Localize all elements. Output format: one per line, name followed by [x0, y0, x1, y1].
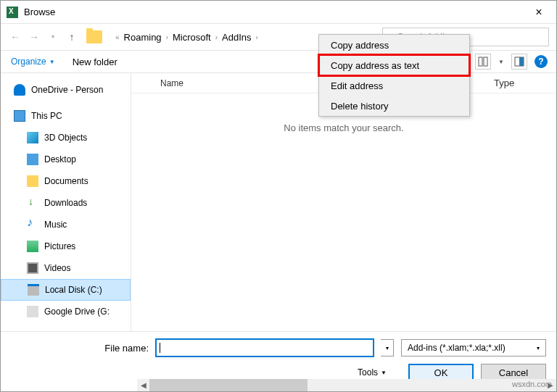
nav-3d-objects[interactable]: 3D Objects — [1, 127, 131, 149]
window-title: Browse — [24, 7, 527, 17]
disk-icon — [28, 284, 39, 296]
filetype-filter[interactable]: Add-ins (*.xlam;*.xla;*.xll) ▾ — [401, 339, 546, 356]
up-button[interactable]: ↑ — [65, 30, 79, 44]
cube-icon — [27, 132, 38, 143]
svg-rect-3 — [519, 57, 524, 66]
nav-desktop[interactable]: Desktop — [1, 149, 131, 170]
nav-local-disk[interactable]: Local Disk (C:) — [1, 279, 131, 301]
folder-icon — [86, 30, 102, 43]
dropdown-icon: ▼ — [49, 59, 55, 65]
nav-bar: ← → ▾ ↑ « Roaming › Microsoft › AddIns ›… — [1, 24, 556, 50]
scroll-thumb[interactable] — [149, 379, 308, 391]
chevron-icon: › — [253, 33, 261, 41]
drive-icon — [27, 306, 38, 317]
nav-music[interactable]: Music — [1, 214, 131, 235]
new-folder-button[interactable]: New folder — [73, 57, 117, 67]
documents-icon — [27, 175, 38, 187]
nav-google-drive[interactable]: Google Drive (G: — [1, 301, 131, 322]
tools-button[interactable]: Tools ▼ — [358, 367, 387, 378]
filename-label: File name: — [11, 343, 149, 354]
filename-input[interactable] — [156, 339, 374, 356]
filename-dropdown[interactable]: ▾ — [381, 339, 394, 356]
preview-button[interactable] — [511, 54, 527, 70]
svg-rect-1 — [484, 57, 487, 66]
forward-button[interactable]: → — [27, 30, 41, 44]
crumb-addins[interactable]: AddIns — [222, 32, 251, 43]
scroll-track[interactable] — [149, 379, 544, 391]
context-menu: Copy address Copy address as text Edit a… — [318, 34, 470, 117]
excel-icon — [7, 7, 18, 18]
empty-message: No items match your search. — [131, 122, 556, 133]
videos-icon — [27, 262, 38, 274]
chevron-icon: › — [213, 33, 220, 41]
desktop-icon — [27, 154, 38, 165]
browse-dialog: Browse × ← → ▾ ↑ « Roaming › Microsoft ›… — [0, 0, 557, 392]
nav-pictures[interactable]: Pictures — [1, 235, 131, 257]
close-button[interactable]: × — [527, 6, 550, 19]
view-button[interactable] — [475, 54, 491, 70]
organize-button[interactable]: Organize ▼ — [11, 57, 55, 67]
ctx-edit-address[interactable]: Edit address — [319, 75, 469, 96]
dropdown-icon: ▼ — [381, 370, 387, 376]
downloads-icon — [27, 197, 38, 209]
watermark: wsxdn.com — [512, 380, 552, 388]
nav-documents[interactable]: Documents — [1, 170, 131, 192]
nav-videos[interactable]: Videos — [1, 257, 131, 279]
titlebar: Browse × — [1, 1, 556, 24]
recent-dropdown[interactable]: ▾ — [46, 30, 60, 44]
music-icon — [27, 219, 38, 230]
nav-tree[interactable]: OneDrive - Person This PC 3D Objects Des… — [1, 73, 131, 331]
chevron-icon: › — [163, 33, 171, 41]
help-button[interactable]: ? — [535, 55, 548, 68]
nav-this-pc[interactable]: This PC — [1, 105, 131, 127]
crumb-microsoft[interactable]: Microsoft — [173, 32, 211, 43]
scroll-left-icon[interactable]: ◀ — [137, 381, 149, 389]
horizontal-scrollbar[interactable]: ◀ ▶ — [137, 379, 556, 391]
ctx-copy-address[interactable]: Copy address — [319, 35, 469, 55]
view-dropdown[interactable]: ▼ — [498, 59, 504, 65]
nav-onedrive[interactable]: OneDrive - Person — [1, 79, 131, 101]
ctx-copy-address-text[interactable]: Copy address as text — [319, 55, 469, 75]
ctx-delete-history[interactable]: Delete history — [319, 96, 469, 116]
pictures-icon — [27, 241, 38, 252]
toolbar: Organize ▼ New folder ▼ ? — [1, 50, 556, 73]
dropdown-icon: ▾ — [537, 345, 540, 351]
view-icon — [478, 57, 488, 67]
cloud-icon — [14, 84, 25, 96]
preview-icon — [514, 57, 524, 67]
svg-rect-0 — [479, 57, 482, 66]
header-type[interactable]: Type — [494, 78, 514, 88]
chevron-left-icon: « — [112, 33, 123, 41]
nav-downloads[interactable]: Downloads — [1, 192, 131, 214]
pc-icon — [14, 110, 25, 122]
crumb-roaming[interactable]: Roaming — [124, 32, 162, 43]
back-button[interactable]: ← — [8, 30, 22, 44]
body: OneDrive - Person This PC 3D Objects Des… — [1, 73, 556, 331]
